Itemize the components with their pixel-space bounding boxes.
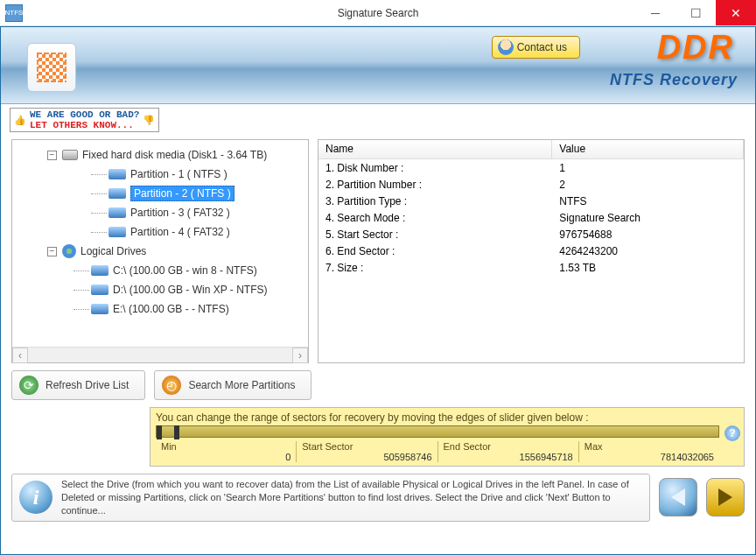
max-label: Max (584, 441, 714, 452)
tree-label: E:\ (100.00 GB - - NTFS) (113, 303, 229, 315)
help-icon[interactable]: ? (724, 425, 740, 441)
properties-panel: Name Value 1. Disk Number :12. Partition… (318, 139, 745, 363)
collapse-icon[interactable]: − (47, 247, 57, 256)
feedback-line1: WE ARE GOOD OR BAD? (30, 109, 139, 120)
search-more-partitions-button[interactable]: ◴ Search More Partitions (154, 370, 312, 400)
tree-label: D:\ (100.00 GB - Win XP - NTFS) (113, 284, 267, 296)
feedback-badge[interactable]: 👍 WE ARE GOOD OR BAD? LET OTHERS KNOW...… (10, 108, 159, 132)
min-value: 0 (161, 452, 290, 462)
refresh-icon: ⟳ (19, 376, 38, 395)
drive-tree-panel: −Fixed hard disk media (Disk1 - 3.64 TB)… (11, 139, 309, 363)
partition-icon (108, 227, 126, 237)
tree-logical-drives[interactable]: −Logical Drives (12, 242, 308, 261)
thumb-up-icon: 👍 (14, 115, 26, 126)
tree-label: Partition - 1 ( NTFS ) (130, 168, 228, 180)
drive-icon (91, 285, 108, 295)
table-row: 3. Partition Type :NTFS (318, 194, 744, 211)
end-label: End Sector (444, 441, 573, 452)
cell-value: 4264243200 (552, 244, 744, 261)
scroll-left-icon[interactable]: ‹ (12, 348, 28, 363)
tree-label: C:\ (100.00 GB - win 8 - NTFS) (113, 264, 257, 277)
cell-value: 2 (552, 178, 744, 194)
globe-icon (62, 244, 76, 258)
table-row: 4. Search Mode :Signature Search (318, 211, 744, 228)
cell-name: 2. Partition Number : (318, 178, 552, 194)
info-box: i Select the Drive (from which you want … (11, 474, 650, 522)
table-row: 6. End Sector :4264243200 (318, 244, 744, 261)
tree-partition[interactable]: Partition - 4 ( FAT32 ) (12, 222, 308, 242)
tree-label: Partition - 3 ( FAT32 ) (130, 207, 230, 219)
contact-label: Contact us (517, 41, 567, 53)
titlebar: NTFS Signature Search ─ ☐ ✕ (0, 0, 756, 26)
tree-logical-drive[interactable]: C:\ (100.00 GB - win 8 - NTFS) (12, 261, 308, 280)
drive-icon (91, 265, 108, 276)
disk-icon (62, 150, 78, 160)
app-icon: NTFS (5, 4, 23, 22)
table-row: 7. Size :1.53 TB (318, 261, 744, 278)
col-name: Name (318, 140, 552, 158)
back-button[interactable] (659, 478, 697, 516)
cell-name: 3. Partition Type : (318, 194, 552, 211)
slider-handle-end[interactable] (174, 425, 179, 439)
feedback-line2: LET OTHERS KNOW... (30, 120, 134, 130)
end-value: 1556945718 (444, 452, 573, 462)
partition-icon (108, 169, 126, 179)
sector-hint: You can change the range of sectors for … (156, 411, 719, 424)
search-more-label: Search More Partitions (188, 379, 295, 391)
tree-label: Logical Drives (80, 245, 146, 257)
cell-name: 7. Size : (318, 261, 552, 278)
tree-logical-drive[interactable]: E:\ (100.00 GB - - NTFS) (12, 299, 308, 319)
slider-handle-start[interactable] (157, 425, 162, 439)
triangle-left-icon (671, 488, 685, 506)
collapse-icon[interactable]: − (47, 151, 57, 160)
table-row: 5. Start Sector :976754688 (318, 228, 744, 244)
product-name: NTFS Recovery (610, 71, 738, 89)
partition-icon (108, 188, 126, 199)
sector-slider[interactable] (156, 425, 719, 438)
cell-name: 4. Search Mode : (318, 211, 552, 228)
refresh-drive-button[interactable]: ⟳ Refresh Drive List (11, 370, 145, 400)
tree-scrollbar[interactable]: ‹ › (12, 347, 308, 362)
info-icon: i (19, 481, 52, 514)
minimize-button[interactable]: ─ (635, 0, 676, 25)
refresh-label: Refresh Drive List (46, 379, 129, 391)
start-label: Start Sector (302, 441, 431, 452)
close-button[interactable]: ✕ (716, 0, 756, 25)
cell-value: NTFS (552, 194, 744, 211)
cell-value: 976754688 (552, 228, 744, 244)
cell-value: 1 (552, 161, 744, 178)
tree-partition[interactable]: Partition - 1 ( NTFS ) (12, 165, 308, 184)
cell-name: 6. End Sector : (318, 244, 552, 261)
cell-name: 5. Start Sector : (318, 228, 552, 244)
contact-icon (498, 39, 514, 55)
drive-icon (91, 304, 108, 314)
contact-us-button[interactable]: Contact us (492, 36, 580, 59)
maximize-button[interactable]: ☐ (676, 0, 716, 25)
table-row: 1. Disk Number :1 (318, 161, 744, 178)
tree-label: Fixed hard disk media (Disk1 - 3.64 TB) (82, 149, 267, 161)
sector-range-box: You can change the range of sectors for … (150, 407, 745, 467)
next-button[interactable] (706, 478, 745, 516)
start-value: 505958746 (302, 452, 431, 462)
tree-logical-drive[interactable]: D:\ (100.00 GB - Win XP - NTFS) (12, 280, 308, 299)
table-row: 2. Partition Number :2 (318, 178, 744, 194)
tree-partition[interactable]: Partition - 3 ( FAT32 ) (12, 203, 308, 222)
thumb-down-icon: 👎 (143, 115, 155, 126)
scroll-right-icon[interactable]: › (292, 348, 308, 363)
cell-value: Signature Search (552, 211, 744, 228)
tree-fixed-disk[interactable]: −Fixed hard disk media (Disk1 - 3.64 TB) (12, 145, 308, 165)
info-text: Select the Drive (from which you want to… (61, 478, 642, 517)
col-value: Value (552, 140, 744, 158)
brand-logo: DDR (657, 29, 734, 67)
triangle-right-icon (718, 488, 732, 506)
pie-icon: ◴ (162, 376, 181, 395)
cell-name: 1. Disk Number : (318, 161, 552, 178)
tree-label: Partition - 2 ( NTFS ) (130, 186, 234, 201)
partition-icon (108, 207, 126, 218)
app-header: Contact us DDR NTFS Recovery (1, 27, 755, 104)
min-label: Min (161, 441, 290, 452)
cell-value: 1.53 TB (552, 261, 744, 278)
window-title: Signature Search (338, 7, 419, 19)
tree-partition[interactable]: Partition - 2 ( NTFS ) (12, 184, 308, 203)
app-logo (27, 43, 76, 92)
